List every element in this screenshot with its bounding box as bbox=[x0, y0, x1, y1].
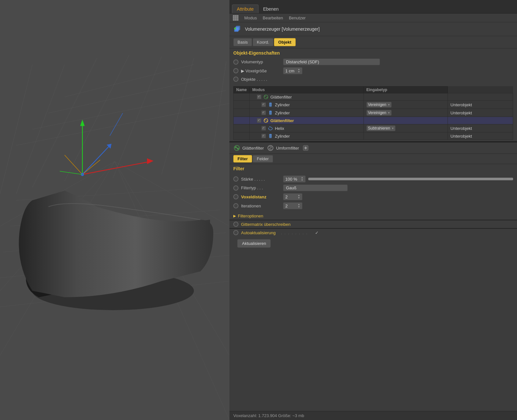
filtertyp-row: Filtertyp . . . Gauß bbox=[233, 184, 513, 192]
filter-sub-tab-felder[interactable]: Felder bbox=[253, 155, 273, 163]
cylinder-icon bbox=[268, 102, 273, 107]
row-checkbox[interactable]: ✓ bbox=[261, 134, 266, 138]
voxelgroesse-circle[interactable] bbox=[233, 68, 238, 73]
cylinder-icon bbox=[268, 133, 273, 139]
object-title: Volumenerzeuger [Volumenerzeuger] bbox=[245, 26, 320, 32]
tab-attribute[interactable]: Attribute bbox=[232, 5, 258, 13]
svg-point-67 bbox=[269, 137, 272, 138]
voxeldistanz-value[interactable]: 2 ▲▼ bbox=[283, 193, 302, 200]
filter-sub-tab-filter[interactable]: Filter bbox=[233, 155, 252, 163]
filtertyp-circle[interactable] bbox=[233, 185, 238, 191]
svg-point-58 bbox=[269, 106, 272, 107]
autoaktualisierung-checkmark: ✓ bbox=[315, 230, 319, 235]
voxelgroesse-value[interactable]: 1 cm ▲▼ bbox=[283, 67, 302, 74]
autoaktualisierung-row: Autoaktualisierung . . . . . . . . ✓ bbox=[229, 229, 517, 236]
objekte-circle[interactable] bbox=[233, 77, 238, 82]
row-name: Helix bbox=[275, 126, 284, 131]
volumentyp-value[interactable]: Distanzfeld (SDF) bbox=[283, 58, 380, 65]
sub-tab-koord[interactable]: Koord. bbox=[253, 38, 273, 46]
svg-point-70 bbox=[237, 148, 239, 150]
row-name: Zylinder bbox=[275, 134, 290, 139]
filteroptionen-arrow: ▶ bbox=[233, 214, 236, 218]
toolbar-row: Modus Bearbeiten Benutzer bbox=[229, 14, 517, 22]
voxeldistanz-label: Voxeldistanz bbox=[241, 194, 283, 199]
glaettenfilter-header-item[interactable]: Glättenfilter bbox=[233, 144, 264, 152]
table-row[interactable]: ✓ ZylinderVereinigen▼Unterobjekt bbox=[234, 109, 513, 117]
objekt-eigenschaften-title: Objekt-Eigenschaften bbox=[233, 50, 513, 56]
toolbar-benutzer[interactable]: Benutzer bbox=[289, 16, 306, 20]
autoaktualisierung-dots: . . . . . . . . bbox=[281, 230, 308, 235]
iterationen-value[interactable]: 2 ▲▼ bbox=[283, 202, 302, 209]
toolbar-bearbeiten[interactable]: Bearbeiten bbox=[263, 16, 283, 20]
umformfilter-header-item[interactable]: Umformfilter bbox=[267, 144, 299, 152]
gittermatrix-circle[interactable] bbox=[233, 222, 238, 227]
row-checkbox[interactable]: ✓ bbox=[257, 118, 261, 123]
svg-rect-52 bbox=[234, 27, 236, 29]
svg-rect-43 bbox=[233, 17, 235, 19]
eingabetyp-cell: Unterobjekt bbox=[448, 124, 513, 132]
volumentyp-circle[interactable] bbox=[233, 59, 238, 65]
tab-ebenen[interactable]: Ebenen bbox=[258, 5, 283, 13]
svg-point-66 bbox=[269, 134, 272, 135]
filter-section-title: Filter bbox=[229, 164, 517, 173]
umformfilter-header-label: Umformfilter bbox=[276, 146, 299, 151]
top-tabs-bar: Attribute Ebenen bbox=[229, 0, 517, 14]
filter-sub-tabs-bar: Filter Felder bbox=[229, 154, 517, 164]
sub-tab-objekt[interactable]: Objekt bbox=[274, 38, 295, 46]
svg-rect-42 bbox=[237, 15, 238, 17]
filtertyp-label: Filtertyp . . . bbox=[241, 185, 283, 190]
sub-tab-basis[interactable]: Basis bbox=[233, 38, 252, 46]
row-name: Glättenfilter bbox=[270, 118, 294, 123]
3d-viewport[interactable] bbox=[0, 0, 229, 420]
modus-select[interactable]: Vereinigen▼ bbox=[366, 102, 392, 108]
iterationen-row: Iterationen 2 ▲▼ bbox=[233, 201, 513, 210]
table-row[interactable]: ✓ Glättenfilter bbox=[234, 117, 513, 124]
toolbar-modus[interactable]: Modus bbox=[244, 16, 257, 20]
staerke-label: Stärke . . . . . bbox=[241, 177, 283, 182]
table-row[interactable]: ✓ ZylinderUnterobjekt bbox=[234, 132, 513, 140]
filteroptionen-row[interactable]: ▶ Filteroptionen bbox=[229, 212, 517, 220]
add-filter-item[interactable] bbox=[302, 144, 309, 152]
voxeldistanz-circle[interactable] bbox=[233, 194, 238, 199]
svg-rect-48 bbox=[237, 19, 238, 21]
autoaktualisierung-circle[interactable] bbox=[233, 230, 238, 235]
svg-point-53 bbox=[264, 95, 268, 99]
iterationen-circle[interactable] bbox=[233, 203, 238, 208]
row-checkbox[interactable]: ✓ bbox=[261, 102, 266, 107]
row-checkbox[interactable]: ✓ bbox=[261, 126, 266, 131]
row-checkbox[interactable]: ✓ bbox=[257, 95, 261, 99]
objects-table-section: Name Modus Eingabetyp ✓ Glättenfilter✓ Z… bbox=[229, 85, 517, 141]
table-row[interactable]: ✓ HelixSubtrahieren▼Unterobjekt bbox=[234, 124, 513, 132]
row-checkbox[interactable]: ✓ bbox=[261, 110, 266, 115]
filteroptionen-label: Filteroptionen bbox=[238, 214, 263, 218]
object-header: Volumenerzeuger [Volumenerzeuger] bbox=[229, 22, 517, 36]
row-name: Zylinder bbox=[275, 110, 290, 115]
grid-icon bbox=[233, 15, 238, 21]
svg-rect-41 bbox=[235, 15, 237, 17]
svg-point-62 bbox=[264, 119, 268, 122]
staerke-slider[interactable] bbox=[308, 178, 513, 180]
filtertyp-value[interactable]: Gauß bbox=[283, 184, 348, 191]
modus-select[interactable]: Vereinigen▼ bbox=[366, 110, 392, 116]
eingabetyp-cell bbox=[448, 117, 513, 124]
svg-rect-40 bbox=[233, 15, 235, 17]
staerke-value[interactable]: 100 % ▲▼ bbox=[283, 175, 306, 183]
eingabetyp-cell: Unterobjekt bbox=[448, 132, 513, 140]
modus-select[interactable]: Subtrahieren▼ bbox=[366, 125, 396, 131]
objects-table: Name Modus Eingabetyp ✓ Glättenfilter✓ Z… bbox=[233, 86, 513, 140]
svg-rect-47 bbox=[235, 19, 237, 21]
gittermatrix-label: Gittermatrix überschreiben bbox=[241, 222, 290, 227]
col-modus-header: Modus bbox=[249, 87, 364, 93]
status-text: Voxelanzahl: 1.723.904 Größe: ~3 mb bbox=[233, 413, 304, 418]
filter-header-bar: Glättenfilter Umformfilter bbox=[229, 142, 517, 154]
objekte-label: Objekte . . . . . bbox=[241, 77, 283, 82]
table-row[interactable]: ✓ ZylinderVereinigen▼Unterobjekt bbox=[234, 101, 513, 109]
table-row[interactable]: ✓ Glättenfilter bbox=[234, 93, 513, 101]
aktualisieren-button[interactable]: Aktualisieren bbox=[237, 239, 271, 248]
svg-point-54 bbox=[264, 96, 266, 97]
add-filter-icon bbox=[302, 144, 309, 152]
staerke-circle[interactable] bbox=[233, 176, 238, 182]
objekt-eigenschaften-section: Objekt-Eigenschaften Volumentyp Distanzf… bbox=[229, 48, 517, 85]
status-bar: Voxelanzahl: 1.723.904 Größe: ~3 mb bbox=[229, 411, 517, 420]
svg-point-61 bbox=[269, 114, 272, 115]
